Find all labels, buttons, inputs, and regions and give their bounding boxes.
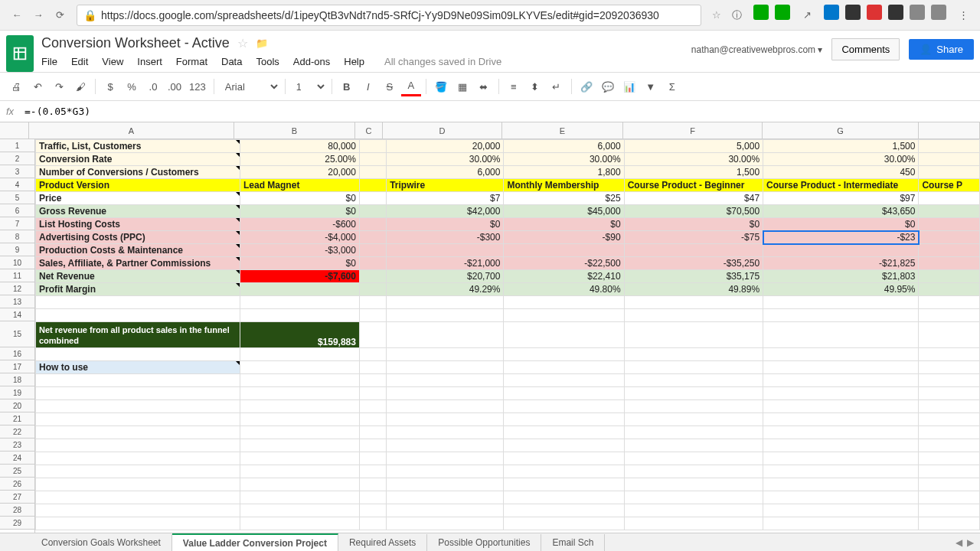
cell[interactable] xyxy=(36,413,240,426)
cell[interactable] xyxy=(387,465,504,478)
cell[interactable] xyxy=(504,517,624,530)
cell[interactable]: Profit Margin xyxy=(36,283,240,296)
col-header-F[interactable]: F xyxy=(623,122,763,139)
cell[interactable] xyxy=(763,478,919,491)
cell[interactable]: 49.29% xyxy=(387,283,504,296)
cell[interactable] xyxy=(763,413,919,426)
cell[interactable] xyxy=(359,400,386,413)
menu-view[interactable]: View xyxy=(102,56,123,67)
cell[interactable] xyxy=(919,413,980,426)
row-header[interactable]: 18 xyxy=(0,373,34,386)
row-header[interactable]: 14 xyxy=(0,308,34,321)
cell[interactable] xyxy=(624,491,763,504)
cell[interactable] xyxy=(763,309,919,322)
filter-icon[interactable]: ▼ xyxy=(641,77,661,96)
cell[interactable]: 20,000 xyxy=(387,140,504,153)
decimal-decrease-icon[interactable]: .0 xyxy=(143,77,163,96)
back-button[interactable]: ← xyxy=(6,5,28,26)
cell[interactable]: 49.89% xyxy=(624,283,763,296)
cell[interactable] xyxy=(919,348,980,361)
col-header-D[interactable]: D xyxy=(383,122,502,139)
cell[interactable] xyxy=(504,452,624,465)
row-header[interactable]: 13 xyxy=(0,295,34,308)
cell[interactable] xyxy=(504,465,624,478)
cell[interactable]: List Hosting Costs xyxy=(36,218,240,231)
cell[interactable] xyxy=(240,491,360,504)
cell[interactable] xyxy=(919,491,980,504)
cell[interactable] xyxy=(624,296,763,309)
cell[interactable] xyxy=(763,296,919,309)
menu-insert[interactable]: Insert xyxy=(137,56,162,67)
cell[interactable]: Net Revenue xyxy=(36,270,240,283)
cell[interactable] xyxy=(919,283,980,296)
cell[interactable] xyxy=(387,309,504,322)
cell[interactable]: $0 xyxy=(504,218,624,231)
cell[interactable] xyxy=(624,413,763,426)
cell[interactable]: 1,800 xyxy=(504,166,624,179)
cell[interactable]: 30.00% xyxy=(763,153,919,166)
cell[interactable] xyxy=(387,478,504,491)
cell[interactable] xyxy=(624,478,763,491)
select-all-corner[interactable] xyxy=(0,122,29,139)
row-header[interactable]: 17 xyxy=(0,360,34,373)
cell[interactable] xyxy=(763,439,919,452)
menu-data[interactable]: Data xyxy=(221,56,242,67)
cell[interactable]: $47 xyxy=(624,192,763,205)
cell[interactable] xyxy=(624,504,763,517)
cell[interactable] xyxy=(359,179,386,192)
row-header[interactable]: 3 xyxy=(0,165,34,178)
cell[interactable] xyxy=(919,166,980,179)
cell[interactable] xyxy=(359,491,386,504)
cell[interactable]: 49.80% xyxy=(504,283,624,296)
row-header[interactable]: 6 xyxy=(0,204,34,217)
cell[interactable]: 6,000 xyxy=(504,140,624,153)
cell[interactable]: Conversion Rate xyxy=(36,153,240,166)
currency-icon[interactable]: $ xyxy=(100,77,120,96)
text-color-icon[interactable]: A xyxy=(401,77,421,96)
row-header[interactable]: 1 xyxy=(0,139,34,152)
bold-icon[interactable]: B xyxy=(337,77,357,96)
percent-icon[interactable]: % xyxy=(122,77,142,96)
extension-icon[interactable] xyxy=(753,5,769,20)
cell[interactable]: $70,500 xyxy=(624,205,763,218)
cell[interactable] xyxy=(359,218,386,231)
cell[interactable]: 5,000 xyxy=(624,140,763,153)
cell[interactable] xyxy=(504,439,624,452)
sheet-tab-active[interactable]: Value Ladder Conversion Project xyxy=(172,533,338,549)
cell[interactable]: Number of Conversions / Customers xyxy=(36,166,240,179)
cell[interactable] xyxy=(240,348,360,361)
cell[interactable]: $97 xyxy=(763,192,919,205)
extension-icon[interactable] xyxy=(931,5,946,20)
row-header[interactable]: 7 xyxy=(0,217,34,230)
col-header-H[interactable] xyxy=(919,122,980,139)
cell[interactable] xyxy=(359,452,386,465)
cell[interactable]: -$23 xyxy=(763,231,919,244)
cell[interactable] xyxy=(36,374,240,387)
cell[interactable]: -$22,500 xyxy=(504,257,624,270)
cell[interactable] xyxy=(36,478,240,491)
extension-icon[interactable] xyxy=(910,5,925,20)
row-header[interactable]: 26 xyxy=(0,478,34,491)
cell[interactable] xyxy=(359,309,386,322)
cell[interactable] xyxy=(624,361,763,374)
cell[interactable] xyxy=(504,426,624,439)
row-header[interactable]: 22 xyxy=(0,425,34,439)
cell[interactable] xyxy=(240,309,360,322)
print-icon[interactable]: 🖨 xyxy=(6,77,26,96)
cell[interactable] xyxy=(387,322,504,348)
cell[interactable] xyxy=(359,283,386,296)
cell[interactable] xyxy=(387,348,504,361)
cell[interactable] xyxy=(624,452,763,465)
cell[interactable]: 20,000 xyxy=(240,166,360,179)
cell[interactable] xyxy=(919,387,980,400)
cell[interactable] xyxy=(240,465,360,478)
sheet-tab[interactable]: Required Assets xyxy=(338,534,427,549)
cell[interactable] xyxy=(359,322,386,348)
cell[interactable] xyxy=(624,517,763,530)
chart-icon[interactable]: 📊 xyxy=(619,77,639,96)
cell[interactable] xyxy=(504,374,624,387)
cell[interactable] xyxy=(624,309,763,322)
cell[interactable] xyxy=(359,270,386,283)
cell[interactable] xyxy=(359,296,386,309)
link-icon[interactable]: 🔗 xyxy=(577,77,596,96)
